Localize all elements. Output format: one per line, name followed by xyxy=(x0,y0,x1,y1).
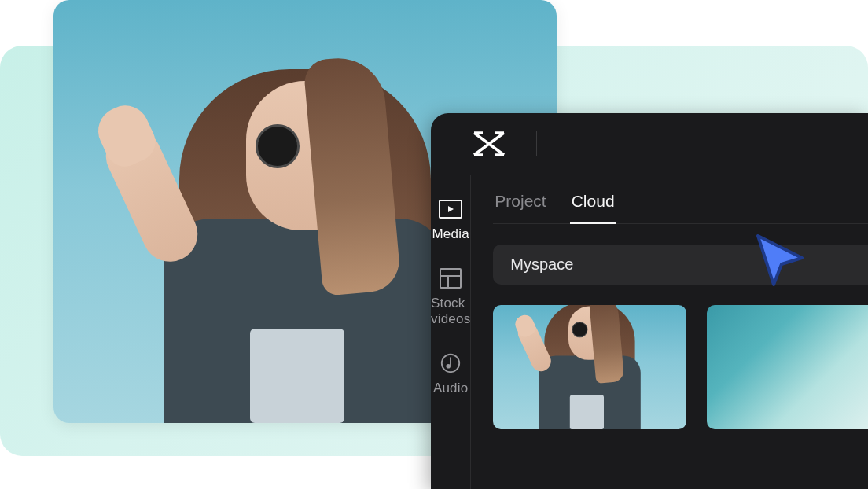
title-bar xyxy=(431,113,868,175)
audio-icon xyxy=(438,352,463,374)
cursor-pointer-icon xyxy=(748,228,813,292)
stock-videos-icon xyxy=(438,267,463,289)
sidebar-item-audio[interactable]: Audio xyxy=(431,340,470,409)
editor-window: Media Stock videos xyxy=(431,113,868,489)
sidebar-item-label: Media xyxy=(432,226,469,242)
thumbnail-clip-ice[interactable] xyxy=(707,305,868,429)
tabs: Project Cloud xyxy=(493,189,868,224)
app-logo-icon xyxy=(472,131,506,157)
thumbnail-clip-person[interactable] xyxy=(493,305,686,429)
sidebar: Media Stock videos xyxy=(431,175,471,489)
tab-cloud[interactable]: Cloud xyxy=(570,189,616,223)
svg-point-5 xyxy=(447,364,451,369)
media-icon xyxy=(438,198,463,220)
main-panel: Project Cloud Myspace xyxy=(471,175,868,489)
thumbnail-grid xyxy=(493,305,868,429)
tab-project[interactable]: Project xyxy=(493,189,547,223)
sidebar-item-stock-videos[interactable]: Stock videos xyxy=(431,255,470,340)
svg-rect-1 xyxy=(440,269,461,288)
sidebar-item-media[interactable]: Media xyxy=(431,186,470,255)
folder-label: Myspace xyxy=(510,256,573,273)
divider xyxy=(536,131,537,156)
sidebar-item-label: Stock videos xyxy=(431,296,470,327)
sidebar-item-label: Audio xyxy=(433,381,468,396)
